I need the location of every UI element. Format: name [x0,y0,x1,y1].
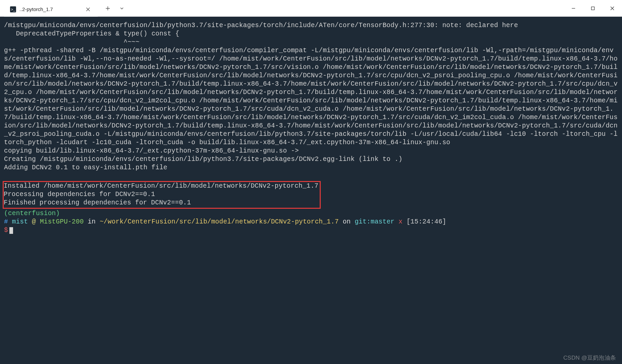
prompt-in: in [88,218,96,225]
svg-rect-0 [592,7,595,10]
cursor-icon [9,227,13,234]
terminal-icon: >_ [10,6,16,12]
prompt-dirty-indicator: x [398,218,402,225]
browser-tab[interactable]: >_ ..2-pytorch_1.7 [4,2,98,17]
tab-close-button[interactable] [84,6,92,13]
prompt-time: [15:24:46] [406,218,446,225]
tab-title-label: ..2-pytorch_1.7 [19,6,81,12]
watermark-label: CSDN @豆奶泡油条 [563,354,616,362]
gpp-link-output: g++ -pthread -shared -B /mistgpu/minicon… [4,47,618,146]
compile-note-output: /mistgpu/miniconda/envs/centerfusion/lib… [4,22,518,46]
install-success-highlight: Installed /home/mist/work/CenterFusion/s… [3,181,321,209]
copy-create-output: copying build/lib.linux-x86_64-3.7/_ext.… [4,147,402,171]
minimize-button[interactable] [564,0,583,16]
prompt-path: ~/work/CenterFusion/src/lib/model/networ… [100,218,339,225]
conda-env-label: (centerfusion) [4,210,60,217]
tab-dropdown-button[interactable] [116,2,128,14]
prompt-user: mist [12,218,28,225]
close-window-button[interactable] [603,0,622,16]
window-controls [564,0,622,16]
prompt-branch: master [371,218,394,225]
title-bar: >_ ..2-pytorch_1.7 [0,0,622,17]
terminal-output[interactable]: /mistgpu/miniconda/envs/centerfusion/lib… [0,17,622,364]
prompt-dollar: $ [4,226,8,234]
new-tab-button[interactable] [102,2,114,14]
prompt-on: on [343,218,351,225]
maximize-button[interactable] [583,0,603,16]
prompt-hash: # [4,218,8,225]
prompt-host: MistGPU-200 [40,218,84,225]
prompt-at: @ [32,218,36,225]
prompt-git: git: [355,218,371,225]
